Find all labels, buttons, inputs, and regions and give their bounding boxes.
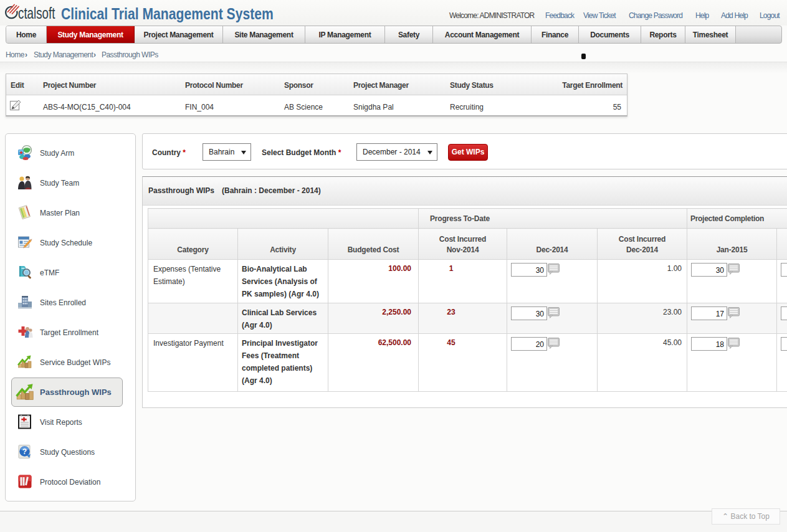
svg-text:?: ? (22, 447, 27, 456)
